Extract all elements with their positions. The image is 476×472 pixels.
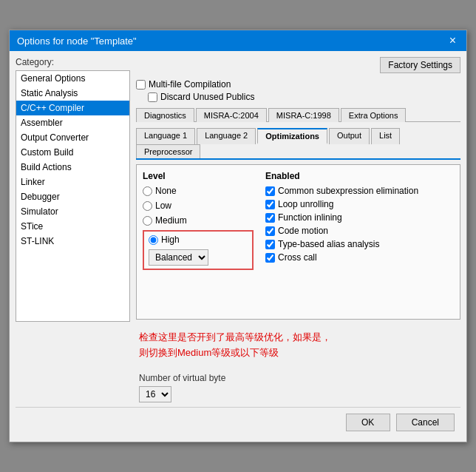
- radio-low-input[interactable]: [143, 201, 152, 211]
- top-row: Factory Settings: [136, 57, 460, 73]
- opt-common-subexpr-checkbox[interactable]: [265, 186, 275, 196]
- opt-code-motion[interactable]: Code motion: [265, 226, 454, 236]
- tab-misra-2004[interactable]: MISRA-C:2004: [196, 108, 267, 122]
- opt-code-motion-label: Code motion: [278, 226, 328, 236]
- level-title: Level: [143, 171, 254, 181]
- sidebar: Category: General Options Static Analysi…: [16, 57, 130, 402]
- ok-button[interactable]: OK: [346, 414, 390, 431]
- radio-high-input[interactable]: [149, 235, 158, 245]
- sidebar-item-output-converter[interactable]: Output Converter: [16, 130, 129, 145]
- radio-none[interactable]: None: [143, 186, 254, 196]
- opt-loop-unrolling-checkbox[interactable]: [265, 200, 275, 209]
- radio-medium-input[interactable]: [143, 216, 152, 226]
- dialog-footer: OK Cancel: [16, 407, 460, 436]
- checkbox-row: Multi-file Compilation Discard Unused Pu…: [136, 79, 460, 102]
- sidebar-item-general-options[interactable]: General Options: [16, 71, 129, 86]
- tab-optimizations[interactable]: Optimizations: [257, 128, 327, 144]
- sidebar-item-linker[interactable]: Linker: [16, 175, 129, 189]
- annotation: 检查这里是否开到了最高等级优化，如果是， 则切换到Medium等级或以下等级: [136, 327, 460, 364]
- radio-low[interactable]: Low: [143, 200, 254, 211]
- sidebar-item-stice[interactable]: STice: [16, 219, 129, 234]
- radio-low-label: Low: [155, 200, 171, 211]
- opt-type-alias-checkbox[interactable]: [265, 240, 275, 249]
- level-section: Level None Low Medium: [143, 171, 254, 313]
- annotation-line2: 则切换到Medium等级或以下等级: [139, 345, 458, 361]
- balanced-dropdown-row: Balanced Speed Size: [149, 249, 248, 266]
- sidebar-item-assembler[interactable]: Assembler: [16, 115, 129, 130]
- sidebar-item-simulator[interactable]: Simulator: [16, 204, 129, 219]
- opt-common-subexpr[interactable]: Common subexpression elimination: [265, 186, 454, 196]
- sidebar-item-custom-build[interactable]: Custom Build: [16, 145, 129, 160]
- opt-function-inlining[interactable]: Function inlining: [265, 212, 454, 223]
- title-bar: Options for node "Template" ×: [10, 30, 466, 51]
- enabled-section: Enabled Common subexpression elimination…: [265, 171, 454, 313]
- tab-output[interactable]: Output: [329, 128, 370, 144]
- close-button[interactable]: ×: [446, 35, 459, 47]
- radio-high-label: High: [161, 235, 180, 245]
- sidebar-item-c-compiler[interactable]: C/C++ Compiler: [16, 101, 129, 115]
- discard-unused-checkbox-label[interactable]: Discard Unused Publics: [148, 92, 460, 102]
- multi-file-checkbox-label[interactable]: Multi-file Compilation: [136, 79, 460, 90]
- sidebar-item-st-link[interactable]: ST-LINK: [16, 234, 129, 249]
- opt-type-alias-label: Type-based alias analysis: [278, 239, 379, 249]
- category-label: Category:: [16, 57, 130, 67]
- factory-settings-button[interactable]: Factory Settings: [380, 57, 460, 73]
- radio-medium[interactable]: Medium: [143, 215, 254, 226]
- opt-common-subexpr-label: Common subexpression elimination: [278, 186, 418, 196]
- multi-file-checkbox[interactable]: [136, 80, 146, 90]
- dialog-window: Options for node "Template" × Category: …: [9, 30, 467, 442]
- tab-diagnostics[interactable]: Diagnostics: [136, 108, 194, 122]
- main-content: Category: General Options Static Analysi…: [16, 57, 460, 402]
- tab-misra-1998[interactable]: MISRA-C:1998: [268, 108, 339, 122]
- opt-function-inlining-checkbox[interactable]: [265, 213, 275, 223]
- virtual-bytes-select[interactable]: 16 32 64: [139, 386, 171, 402]
- dialog-title: Options for node "Template": [17, 36, 137, 47]
- discard-unused-checkbox[interactable]: [148, 92, 157, 102]
- panel-content: Level None Low Medium: [136, 164, 460, 320]
- high-box: High Balanced Speed Size: [143, 230, 254, 270]
- opt-code-motion-checkbox[interactable]: [265, 226, 275, 236]
- opt-cross-call-label: Cross call: [278, 252, 317, 263]
- opt-function-inlining-label: Function inlining: [278, 212, 342, 223]
- multi-file-label: Multi-file Compilation: [149, 79, 231, 90]
- tabs-row-2: Language 1 Language 2 Optimizations Outp…: [136, 128, 460, 160]
- opt-loop-unrolling[interactable]: Loop unrolling: [265, 199, 454, 209]
- radio-high[interactable]: High: [149, 235, 248, 245]
- tab-language-2[interactable]: Language 2: [197, 128, 256, 144]
- enabled-title: Enabled: [265, 171, 454, 181]
- opt-cross-call-checkbox[interactable]: [265, 253, 275, 263]
- opt-cross-call[interactable]: Cross call: [265, 252, 454, 263]
- opt-type-alias[interactable]: Type-based alias analysis: [265, 239, 454, 249]
- virtual-bytes-label: Number of virtual byte: [139, 373, 458, 383]
- tab-list[interactable]: List: [371, 128, 400, 144]
- cancel-button[interactable]: Cancel: [396, 414, 455, 431]
- tab-language-1[interactable]: Language 1: [136, 128, 195, 144]
- radio-medium-label: Medium: [155, 215, 187, 226]
- discard-unused-label: Discard Unused Publics: [160, 92, 254, 102]
- tab-preprocessor[interactable]: Preprocessor: [136, 144, 200, 158]
- tab-extra-options[interactable]: Extra Options: [341, 108, 407, 122]
- sidebar-item-static-analysis[interactable]: Static Analysis: [16, 86, 129, 101]
- tabs-row-1: Diagnostics MISRA-C:2004 MISRA-C:1998 Ex…: [136, 108, 460, 122]
- dialog-body: Category: General Options Static Analysi…: [10, 51, 466, 442]
- sidebar-item-debugger[interactable]: Debugger: [16, 189, 129, 204]
- opt-loop-unrolling-label: Loop unrolling: [278, 199, 333, 209]
- radio-none-label: None: [155, 186, 177, 196]
- virtual-bytes-section: Number of virtual byte 16 32 64: [136, 373, 460, 402]
- annotation-line1: 检查这里是否开到了最高等级优化，如果是，: [139, 330, 458, 345]
- sidebar-item-build-actions[interactable]: Build Actions: [16, 160, 129, 175]
- balanced-dropdown[interactable]: Balanced Speed Size: [149, 249, 208, 266]
- radio-none-input[interactable]: [143, 186, 152, 196]
- right-panel: Factory Settings Multi-file Compilation …: [136, 57, 460, 402]
- sidebar-list: General Options Static Analysis C/C++ Co…: [16, 70, 130, 322]
